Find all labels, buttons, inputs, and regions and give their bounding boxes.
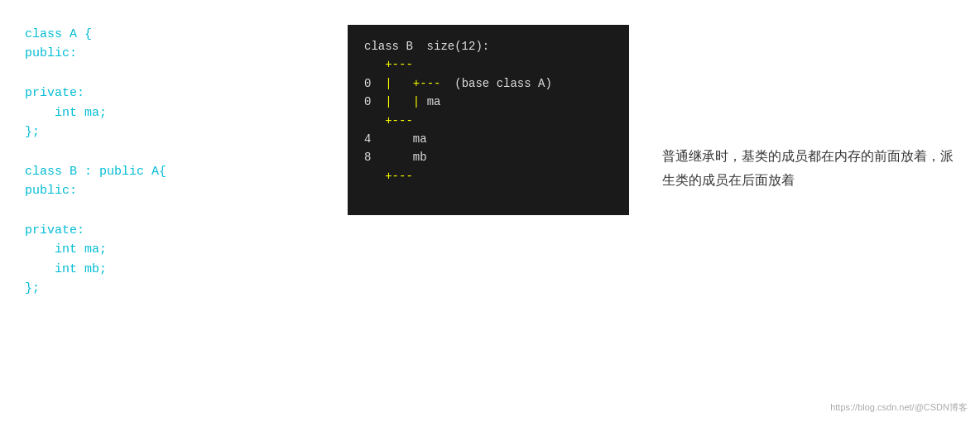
code-line-6: class B : public A{: [25, 162, 339, 181]
empty-line-3: [25, 200, 339, 221]
keyword-int-1: int: [55, 106, 77, 120]
diagram-line-3: 0 | | ma: [364, 93, 612, 111]
keyword-public-3: public: [25, 184, 70, 198]
description-section: 普通继承时，基类的成员都在内存的前面放着，派生类的成员在后面放着: [637, 17, 955, 193]
code-line-11: };: [25, 279, 339, 298]
diagram-box: class B size(12): +--- 0 | +--- (base cl…: [348, 25, 629, 215]
code-line-4: int ma;: [25, 103, 339, 122]
keyword-public-2: public: [99, 165, 144, 179]
code-line-2: public:: [25, 44, 339, 63]
keyword-class-2: class: [25, 165, 62, 179]
code-section: class A { public: private: int ma; }; cl…: [25, 17, 339, 298]
keyword-int-3: int: [55, 262, 77, 276]
diagram-section: class B size(12): +--- 0 | +--- (base cl…: [339, 17, 637, 215]
keyword-int-2: int: [55, 242, 77, 257]
keyword-private-2: private: [25, 223, 77, 237]
diagram-line-4: +---: [364, 112, 612, 130]
empty-line-1: [25, 64, 339, 84]
diagram-line-6: 8 mb: [364, 148, 612, 166]
keyword-class-1: class: [25, 27, 62, 41]
main-container: class A { public: private: int ma; }; cl…: [25, 17, 955, 405]
keyword-private-1: private: [25, 86, 77, 100]
code-line-3: private:: [25, 84, 339, 103]
empty-line-2: [25, 141, 339, 162]
code-line-10: int mb;: [25, 260, 339, 279]
description-text: 普通继承时，基类的成员都在内存的前面放着，派生类的成员在后面放着: [662, 149, 954, 187]
diagram-line-5: 4 ma: [364, 130, 612, 148]
code-line-7: public:: [25, 181, 339, 200]
watermark: https://blog.csdn.net/@CSDN博客: [830, 401, 968, 414]
keyword-public-1: public: [25, 46, 70, 60]
diagram-line-7: +---: [364, 167, 612, 185]
diagram-title: class B size(12):: [364, 37, 612, 55]
code-line-5: };: [25, 122, 339, 141]
code-line-9: int ma;: [25, 240, 339, 259]
diagram-line-2: 0 | +--- (base class A): [364, 74, 612, 93]
code-line-8: private:: [25, 221, 339, 240]
code-line-1: class A {: [25, 25, 339, 44]
diagram-line-1: +---: [364, 55, 612, 74]
